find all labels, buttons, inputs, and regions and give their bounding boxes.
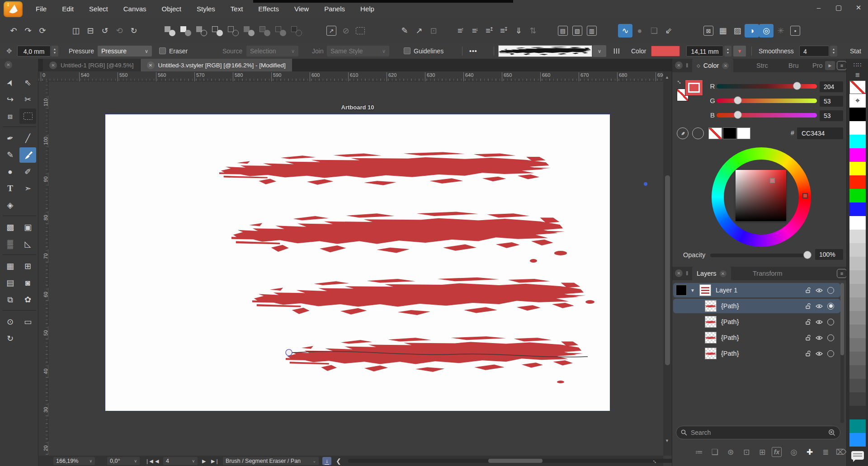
- intersect-icon[interactable]: [212, 26, 223, 36]
- minimize-button[interactable]: –: [812, 2, 826, 14]
- mask-layer-icon[interactable]: ◎: [788, 446, 800, 458]
- flip-vertical-icon[interactable]: ⊟: [83, 24, 98, 38]
- new-layer-icon[interactable]: ✚: [803, 446, 816, 458]
- path-thumbnail[interactable]: [705, 332, 717, 344]
- first-page-button[interactable]: ❘◀: [145, 457, 153, 465]
- layer-row[interactable]: {Path}: [673, 330, 840, 345]
- brush-tool[interactable]: [19, 147, 36, 163]
- text-tool[interactable]: T: [2, 181, 19, 196]
- brush-size-input[interactable]: 14,11 mm: [686, 46, 723, 56]
- dock-statusbar-icon[interactable]: ↓: [322, 457, 331, 465]
- rotate-180-icon[interactable]: ⟲: [112, 24, 127, 38]
- merge-layers-icon[interactable]: ≣: [819, 446, 832, 458]
- brush-list-icon[interactable]: ☰: [611, 48, 622, 54]
- rotate-right-icon[interactable]: ↻: [127, 24, 141, 38]
- distribute-icon[interactable]: ⇅: [526, 24, 540, 38]
- color-swatch[interactable]: [849, 297, 866, 311]
- previous-page-button[interactable]: ◀: [155, 457, 159, 465]
- trim-icon[interactable]: [259, 26, 270, 36]
- visibility-icon[interactable]: [816, 304, 823, 309]
- smoothness-stepper[interactable]: ▲▼: [830, 46, 837, 56]
- shape-select-tool[interactable]: ➣: [19, 181, 36, 196]
- fit-view-icon[interactable]: ↔: [650, 456, 660, 466]
- lock-icon[interactable]: [805, 351, 811, 357]
- open-copy-icon[interactable]: ↗: [412, 24, 426, 38]
- layer-name[interactable]: {Path}: [721, 350, 739, 357]
- menu-panels[interactable]: Panels: [316, 0, 353, 18]
- tab-stroke[interactable]: Strc: [752, 59, 773, 72]
- divide-icon[interactable]: [243, 26, 255, 36]
- brush-width-stepper[interactable]: ▲▼: [51, 46, 58, 56]
- lock-icon[interactable]: [805, 287, 811, 293]
- fill-circle-icon[interactable]: ◑: [745, 24, 759, 38]
- line-tool[interactable]: ╱: [19, 131, 36, 146]
- target-circle-icon[interactable]: [827, 319, 834, 325]
- color-swatch[interactable]: [849, 121, 866, 135]
- panel-drag-handle[interactable]: ‖: [686, 62, 688, 69]
- color-swatch[interactable]: [849, 419, 866, 433]
- tab-close-icon[interactable]: ✕: [720, 270, 726, 277]
- color-swatch[interactable]: [849, 216, 866, 230]
- menu-text[interactable]: Text: [223, 0, 251, 18]
- merge-icon[interactable]: [275, 26, 286, 36]
- page-select[interactable]: 4∨: [163, 457, 198, 465]
- undo-icon[interactable]: ↶: [6, 24, 21, 38]
- blend-group-icon[interactable]: ⊛: [724, 446, 737, 458]
- close-button[interactable]: ✕: [852, 2, 865, 14]
- rotate-select-tool[interactable]: ↪: [2, 92, 19, 107]
- drop-icon[interactable]: ⇓: [511, 24, 526, 38]
- channel-handle[interactable]: [734, 96, 742, 104]
- menu-effects[interactable]: Effects: [250, 0, 287, 18]
- envelope-icon[interactable]: ⊠: [701, 24, 716, 38]
- black-swatch[interactable]: [723, 127, 736, 139]
- shape-preview-icon[interactable]: ●: [632, 24, 647, 38]
- color-swatch[interactable]: [849, 325, 866, 338]
- layers-scroll-thumb[interactable]: [840, 283, 844, 355]
- color-swatch[interactable]: [849, 311, 866, 325]
- knife-tool[interactable]: ✂: [19, 92, 36, 107]
- path-thumbnail[interactable]: [705, 316, 717, 328]
- export-panel-icon[interactable]: ▧: [570, 24, 585, 38]
- filter-options-icon[interactable]: ≔: [693, 446, 705, 458]
- zoom-select[interactable]: 166,19%∨: [53, 457, 95, 465]
- image-gradient-tool[interactable]: ▣: [19, 220, 36, 235]
- panel-close-icon[interactable]: ✕: [675, 269, 683, 277]
- color-swatch[interactable]: [849, 365, 866, 379]
- menu-canvas[interactable]: Canvas: [116, 0, 154, 18]
- clear-search-icon[interactable]: [828, 429, 835, 436]
- revert-icon[interactable]: ⟳: [35, 24, 50, 38]
- smoothness-input[interactable]: 4: [799, 46, 829, 56]
- vertical-scroll-thumb[interactable]: [665, 175, 670, 365]
- mesh-paint-tool[interactable]: ▩: [2, 220, 19, 235]
- select-tool[interactable]: ➤: [2, 75, 19, 90]
- color-swatch[interactable]: [849, 230, 866, 243]
- clip-group-icon[interactable]: ⊡: [740, 446, 753, 458]
- zoom-transform-tool[interactable]: ⧈: [2, 108, 19, 124]
- menu-styles[interactable]: Styles: [189, 0, 223, 18]
- panel-menu-icon[interactable]: ≡: [837, 61, 847, 70]
- import-place-icon[interactable]: ⇙: [661, 24, 676, 38]
- duplicate-layer-icon[interactable]: ❏: [708, 446, 721, 458]
- color-swatch[interactable]: [849, 379, 866, 392]
- color-swatch[interactable]: [849, 257, 866, 270]
- search-input[interactable]: [691, 429, 825, 436]
- color-swatch[interactable]: [849, 270, 866, 284]
- none-swatch[interactable]: [849, 80, 866, 94]
- scroll-down-icon[interactable]: ▼: [665, 438, 669, 443]
- bring-forward-icon[interactable]: ≡↥: [482, 24, 497, 38]
- lock-icon[interactable]: [805, 319, 811, 325]
- panel-drag-handle[interactable]: ‖: [686, 270, 688, 277]
- brush-size-dropdown[interactable]: ▼: [733, 46, 746, 56]
- rotate-canvas-tool[interactable]: ↻: [2, 331, 19, 346]
- source-select[interactable]: Selection∨: [246, 46, 298, 56]
- saturation-value-square[interactable]: [736, 170, 786, 221]
- color-swatch[interactable]: [849, 162, 866, 175]
- scatter-tool[interactable]: ✿: [19, 292, 36, 307]
- shapes-tool[interactable]: ⧉: [2, 292, 19, 307]
- node-tool[interactable]: ⇖: [19, 75, 36, 90]
- dots-grid-icon[interactable]: ∷∷: [847, 61, 868, 68]
- registration-swatch[interactable]: ⌖: [849, 94, 866, 108]
- next-page-button[interactable]: ▶: [202, 457, 206, 465]
- swatch-options-icon[interactable]: ≣: [847, 71, 868, 78]
- visibility-icon[interactable]: [816, 351, 823, 356]
